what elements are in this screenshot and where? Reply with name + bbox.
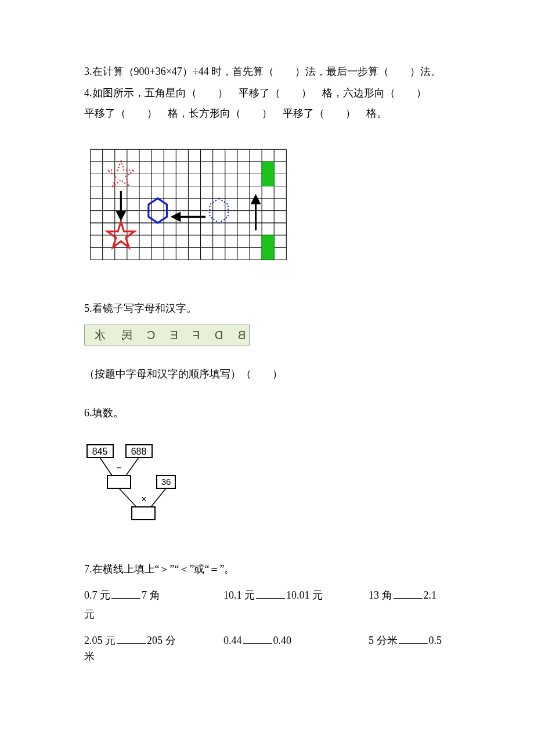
q7-r2c2: 0.440.40 — [223, 633, 369, 649]
svg-line-40 — [126, 458, 139, 476]
q6-figure: 845 688 − 36 × — [84, 442, 450, 539]
q6-title: 6.填数。 — [84, 405, 450, 421]
q7-r1c2: 10.1 元10.01 元 — [223, 588, 369, 603]
star-solid-icon — [107, 222, 134, 247]
q7-r2c3-tail: 米 — [84, 649, 450, 664]
blank-input[interactable] — [256, 588, 285, 599]
q5-title: 5.看镜子写字母和汉字。 — [84, 301, 450, 316]
blank-input[interactable] — [394, 588, 423, 599]
question-7: 7.在横线上填上“＞”“＜”或“＝”。 0.7 元7 角 10.1 元10.01… — [84, 561, 450, 664]
rect-pre-icon — [262, 162, 274, 186]
question-6: 6.填数。 845 688 − 36 — [84, 405, 450, 539]
box-c-text: 36 — [161, 477, 171, 487]
arrow-down-icon — [117, 191, 125, 219]
q7-title: 7.在横线上填上“＞”“＜”或“＝”。 — [84, 561, 450, 577]
question-5: 5.看镜子写字母和汉字。 B D F E C 民 水 （按题中字母和汉字的顺序填… — [84, 301, 450, 382]
svg-marker-27 — [107, 160, 134, 186]
question-4: 4.如图所示，五角星向（ ） 平移了（ ） 格，六边形向（ ） 平移了（ ） 格… — [84, 85, 450, 126]
svg-rect-41 — [107, 476, 131, 488]
minus-icon: − — [116, 463, 121, 473]
svg-marker-34 — [172, 213, 180, 221]
svg-marker-30 — [117, 212, 125, 219]
q7-r1c3: 13 角2.1 — [369, 588, 450, 603]
times-icon: × — [141, 494, 146, 504]
box-a-text: 845 — [92, 447, 108, 456]
blank-input[interactable] — [111, 588, 140, 599]
q4-line2: 平移了（ ） 格，长方形向（ ） 平移了（ ） 格。 — [84, 101, 450, 126]
question-3: 3.在计算（900+36×47）÷44 时，首先算（ ）法，最后一步算（ ）法。 — [84, 64, 450, 80]
arrow-up-icon — [252, 196, 259, 231]
blank-input[interactable] — [399, 633, 428, 644]
blank-input[interactable] — [117, 633, 146, 644]
q4-line1: 4.如图所示，五角星向（ ） 平移了（ ） 格，六边形向（ ） — [84, 85, 450, 101]
svg-marker-28 — [107, 222, 134, 247]
mirror-text-box: B D F E C 民 水 — [84, 325, 250, 345]
blank-input[interactable] — [243, 633, 272, 644]
q3-text: 3.在计算（900+36×47）÷44 时，首先算（ ）法，最后一步算（ ）法。 — [84, 66, 441, 77]
q7-row-2: 2.05 元205 分 0.440.40 5 分米0.5 — [84, 633, 450, 649]
star-dotted-icon — [107, 160, 134, 186]
q7-r1c1: 0.7 元7 角 — [84, 588, 223, 603]
svg-line-44 — [151, 488, 166, 507]
box-b-text: 688 — [131, 447, 147, 456]
svg-rect-45 — [132, 507, 155, 520]
q4-grid-figure — [84, 142, 450, 278]
q7-r1c3-tail: 元 — [84, 607, 450, 622]
q7-r2c1: 2.05 元205 分 — [84, 633, 223, 649]
svg-line-43 — [119, 488, 136, 507]
q7-row-1: 0.7 元7 角 10.1 元10.01 元 13 角2.1 — [84, 588, 450, 603]
svg-line-39 — [100, 458, 112, 476]
svg-marker-36 — [252, 196, 259, 204]
q7-r2c3: 5 分米0.5 — [369, 633, 450, 649]
q5-sub: （按题中字母和汉字的顺序填写）（ ） — [84, 366, 450, 382]
rect-post-icon — [262, 235, 274, 260]
